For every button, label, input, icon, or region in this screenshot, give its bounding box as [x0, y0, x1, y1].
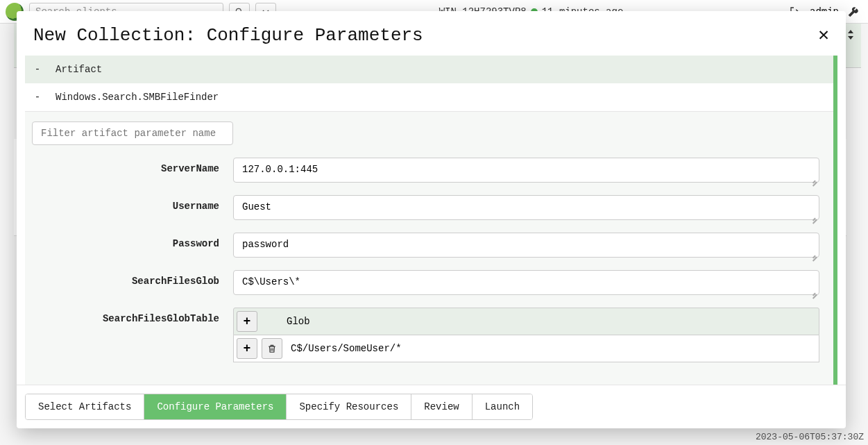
modal-body: - Artifact - Windows.Search.SMBFileFinde… — [17, 56, 846, 385]
param-row-searchfilesglob: SearchFilesGlob — [32, 270, 826, 298]
modal-footer: Select Artifacts Configure Parameters Sp… — [17, 385, 846, 428]
modal-header: New Collection: Configure Parameters ✕ — [17, 11, 846, 56]
tab-select-artifacts[interactable]: Select Artifacts — [26, 394, 144, 419]
add-row-button[interactable]: + — [237, 311, 257, 332]
tab-launch[interactable]: Launch — [473, 394, 532, 419]
close-icon: ✕ — [818, 25, 829, 46]
plus-icon: + — [244, 342, 251, 355]
artifact-header-label: Artifact — [56, 64, 102, 75]
wizard-step-tabs: Select Artifacts Configure Parameters Sp… — [25, 394, 533, 420]
username-input[interactable] — [233, 195, 819, 220]
plus-icon: + — [244, 314, 251, 328]
servername-input[interactable] — [233, 158, 819, 183]
param-label: SearchFilesGlobTable — [32, 308, 233, 324]
modal-title: New Collection: Configure Parameters — [33, 25, 423, 46]
close-button[interactable]: ✕ — [818, 26, 829, 44]
param-label: Username — [32, 195, 233, 212]
param-label: Password — [32, 233, 233, 249]
add-row-button[interactable]: + — [237, 338, 257, 359]
glob-row-value[interactable]: C$/Users/SomeUser/* — [287, 343, 402, 354]
delete-row-button[interactable] — [262, 338, 282, 359]
glob-table-header: + Glob — [233, 308, 819, 335]
glob-table: + Glob + C$/User — [233, 308, 819, 362]
artifact-name: Windows.Search.SMBFileFinder — [56, 92, 219, 103]
param-row-servername: ServerName — [32, 158, 826, 185]
tab-specify-resources[interactable]: Specify Resources — [287, 394, 411, 419]
filter-parameter-input[interactable] — [32, 121, 233, 145]
glob-table-row: + C$/Users/SomeUser/* — [233, 335, 819, 362]
param-row-password: Password — [32, 233, 826, 260]
searchfilesglob-input[interactable] — [233, 270, 819, 295]
password-input[interactable] — [233, 233, 819, 258]
tab-configure-parameters[interactable]: Configure Parameters — [144, 394, 287, 419]
param-row-searchfilesglobtable: SearchFilesGlobTable + Glob + — [32, 308, 826, 362]
parameter-area: ServerName Username — [25, 112, 833, 385]
glob-column-header: Glob — [266, 316, 310, 327]
new-collection-modal: New Collection: Configure Parameters ✕ -… — [17, 11, 846, 428]
param-row-username: Username — [32, 195, 826, 223]
param-label: SearchFilesGlob — [32, 270, 233, 287]
collapse-icon: - — [33, 92, 42, 103]
tab-review[interactable]: Review — [411, 394, 472, 419]
artifact-name-row[interactable]: - Windows.Search.SMBFileFinder — [25, 83, 833, 112]
param-label: ServerName — [32, 158, 233, 174]
modal-scroll-area[interactable]: - Artifact - Windows.Search.SMBFileFinde… — [25, 56, 837, 385]
trash-icon — [267, 344, 277, 353]
artifact-header-row[interactable]: - Artifact — [25, 56, 833, 83]
collapse-icon: - — [33, 64, 42, 75]
modal-overlay: New Collection: Configure Parameters ✕ -… — [0, 0, 868, 445]
